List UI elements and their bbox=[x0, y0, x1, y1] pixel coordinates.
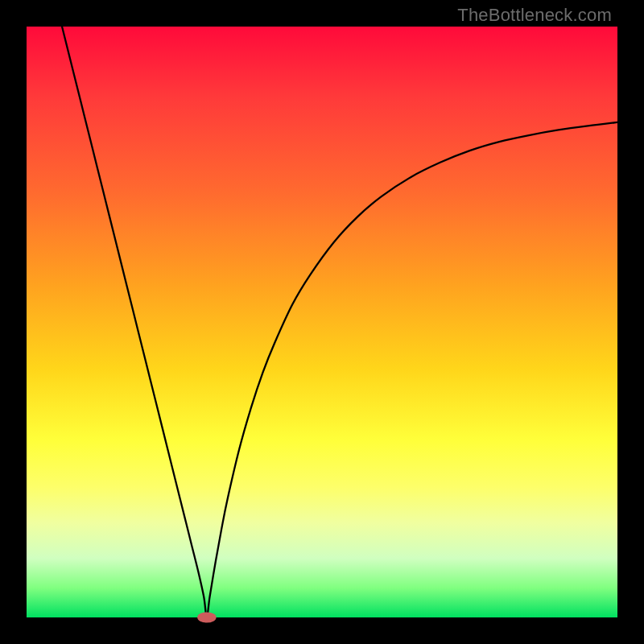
bottleneck-curve bbox=[62, 27, 617, 617]
chart-stage: TheBottleneck.com bbox=[0, 0, 644, 644]
plot-area bbox=[27, 27, 617, 617]
curve-svg bbox=[27, 27, 617, 617]
minimum-marker bbox=[197, 612, 216, 622]
watermark-text: TheBottleneck.com bbox=[457, 5, 612, 26]
